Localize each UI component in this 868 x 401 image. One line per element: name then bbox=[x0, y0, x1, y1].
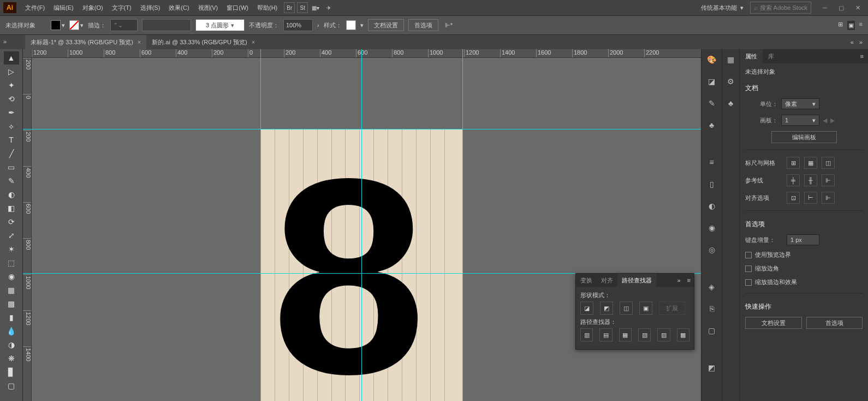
chevron-down-icon[interactable]: ▾ bbox=[360, 22, 364, 29]
collapse-panel-icon[interactable]: « bbox=[851, 39, 854, 45]
grid-icon[interactable]: ▦ bbox=[804, 157, 817, 169]
maximize-button[interactable]: ▢ bbox=[834, 2, 848, 13]
trim-icon[interactable]: ▤ bbox=[599, 328, 612, 341]
panel-toggle-icon[interactable]: ▣ bbox=[847, 21, 855, 30]
brush-definition[interactable]: 3 点圆形 ▾ bbox=[195, 19, 245, 31]
tab-pathfinder[interactable]: 路径查找器 bbox=[617, 274, 656, 287]
mesh-tool[interactable]: ▩ bbox=[4, 297, 19, 310]
paintbrush-tool[interactable]: ✎ bbox=[4, 174, 19, 187]
rulers-icon[interactable]: ⊞ bbox=[787, 157, 800, 169]
panel-collapse-icon[interactable]: » bbox=[674, 277, 683, 284]
guide-vertical[interactable] bbox=[462, 49, 463, 401]
width-tool[interactable]: ✶ bbox=[4, 243, 19, 256]
guide-horizontal[interactable] bbox=[23, 129, 701, 129]
pen-tool[interactable]: ✒ bbox=[4, 106, 19, 119]
brushes-icon[interactable]: ✎ bbox=[706, 97, 718, 109]
eyedropper-tool[interactable]: 💧 bbox=[4, 325, 19, 338]
preferences-button[interactable]: 首选项 bbox=[408, 19, 438, 31]
var-width-profile[interactable] bbox=[142, 19, 191, 31]
opacity-chevron-icon[interactable]: › bbox=[317, 22, 319, 28]
guides-lock-icon[interactable]: ╫ bbox=[804, 174, 817, 186]
pathfinder-dock-icon[interactable]: ◩ bbox=[706, 362, 718, 374]
ruler-vertical[interactable]: 2000200400600800100012001400 bbox=[23, 58, 32, 401]
type-tool[interactable]: T bbox=[4, 133, 19, 146]
panel-menu-icon[interactable]: ≡ bbox=[684, 277, 694, 284]
align-to-icon[interactable]: ⊩* bbox=[445, 22, 453, 29]
chevron-down-icon[interactable]: ▾ bbox=[80, 22, 84, 29]
graph-tool[interactable]: ▊ bbox=[4, 365, 19, 379]
doc-tab-inactive[interactable]: 新的.ai @ 33.33% (RGB/GPU 预览) × bbox=[146, 35, 260, 49]
scale-tool[interactable]: ⤢ bbox=[4, 229, 19, 242]
free-transform-tool[interactable]: ⬚ bbox=[4, 256, 19, 269]
close-button[interactable]: ✕ bbox=[851, 2, 865, 13]
arrange-icon[interactable]: ▦▾ bbox=[310, 2, 321, 13]
asset-export-icon[interactable]: ⎘ bbox=[706, 303, 718, 315]
next-artboard-icon[interactable]: ▶ bbox=[830, 117, 835, 124]
graphic-styles-icon[interactable]: ◎ bbox=[706, 244, 718, 256]
tab-transform[interactable]: 变换 bbox=[576, 274, 597, 287]
menu-window[interactable]: 窗口(W) bbox=[222, 0, 253, 15]
collapse-icon[interactable]: ⊞ bbox=[838, 21, 843, 30]
smart-guides-icon[interactable]: ⊩ bbox=[822, 174, 835, 186]
edit-artboards-button[interactable]: 编辑画板 bbox=[771, 131, 837, 143]
menu-icon[interactable]: ≡ bbox=[859, 21, 863, 30]
quick-preferences-button[interactable]: 首选项 bbox=[806, 317, 863, 329]
panel-menu-icon[interactable]: ≡ bbox=[856, 53, 868, 60]
minus-back-icon[interactable]: ▩ bbox=[677, 328, 689, 341]
selection-tool[interactable]: ▲ bbox=[4, 51, 19, 64]
search-stock[interactable]: ⌕ 搜索 Adobe Stock bbox=[750, 2, 811, 14]
canvas-area[interactable]: 1200100080060040020002004006008001000120… bbox=[23, 49, 701, 401]
menu-type[interactable]: 文字(T) bbox=[108, 0, 136, 15]
snap-grid-icon[interactable]: ⊩ bbox=[822, 192, 835, 204]
checkbox-scale-strokes[interactable]: 缩放描边和效果 bbox=[745, 278, 863, 286]
artboard-dropdown[interactable]: 1▾ bbox=[781, 115, 819, 126]
snap-point-icon[interactable]: ⊢ bbox=[804, 192, 817, 204]
color-guide-icon[interactable]: ▦ bbox=[725, 54, 737, 66]
magic-wand-tool[interactable]: ✦ bbox=[4, 79, 19, 92]
menu-object[interactable]: 对象(O) bbox=[78, 0, 108, 15]
guide-vertical[interactable] bbox=[260, 49, 261, 401]
divide-icon[interactable]: ▥ bbox=[580, 328, 593, 341]
bridge-icon[interactable]: Br bbox=[284, 2, 295, 13]
document-setup-button[interactable]: 文档设置 bbox=[368, 19, 404, 31]
rotate-tool[interactable]: ⟳ bbox=[4, 215, 19, 228]
artboard-tool[interactable]: ▢ bbox=[4, 379, 19, 392]
ruler-horizontal[interactable]: 1200100080060040020002004006008001000120… bbox=[32, 49, 701, 58]
minimize-button[interactable]: ─ bbox=[818, 2, 832, 13]
club-icon[interactable]: ♣ bbox=[725, 97, 737, 109]
direct-selection-tool[interactable]: ▷ bbox=[4, 65, 19, 78]
curvature-tool[interactable]: ⟡ bbox=[4, 120, 19, 133]
ruler-origin[interactable] bbox=[23, 49, 32, 58]
shape-builder-tool[interactable]: ◉ bbox=[4, 270, 19, 283]
tab-properties[interactable]: 属性 bbox=[740, 49, 763, 63]
menu-help[interactable]: 帮助(H) bbox=[253, 0, 282, 15]
tab-align[interactable]: 对齐 bbox=[597, 274, 617, 287]
swatches-icon[interactable]: ◪ bbox=[706, 75, 718, 87]
lasso-tool[interactable]: ⟲ bbox=[4, 92, 19, 105]
checkbox-scale-corners[interactable]: 缩放边角 bbox=[745, 264, 863, 273]
gradient-panel-icon[interactable]: ▯ bbox=[706, 178, 718, 190]
gpu-icon[interactable]: ✈ bbox=[323, 2, 334, 13]
symbols-icon[interactable]: ♣ bbox=[706, 119, 718, 131]
line-tool[interactable]: ╱ bbox=[4, 147, 19, 160]
crop-icon[interactable]: ▧ bbox=[638, 328, 651, 341]
stroke-panel-icon[interactable]: ≡ bbox=[706, 156, 718, 168]
style-swatch[interactable] bbox=[346, 20, 356, 30]
menu-view[interactable]: 视图(V) bbox=[194, 0, 223, 15]
menu-effect[interactable]: 效果(C) bbox=[164, 0, 193, 15]
transparency-icon[interactable]: ◐ bbox=[706, 200, 718, 212]
transparency-grid-icon[interactable]: ◫ bbox=[822, 157, 835, 169]
chevron-down-icon[interactable]: ▾ bbox=[62, 22, 65, 29]
gradient-tool[interactable]: ▮ bbox=[4, 311, 19, 324]
close-tab-icon[interactable]: × bbox=[252, 39, 255, 45]
guides-visible-icon[interactable]: ╪ bbox=[787, 174, 800, 186]
intersect-icon[interactable]: ◫ bbox=[620, 302, 633, 315]
units-dropdown[interactable]: 像素▾ bbox=[781, 98, 819, 109]
blend-tool[interactable]: ◑ bbox=[4, 338, 19, 351]
color-panel-icon[interactable]: 🎨 bbox=[706, 54, 718, 66]
symbol-sprayer-tool[interactable]: ❋ bbox=[4, 352, 19, 365]
stroke-weight-input[interactable]: ⌃⌄ bbox=[110, 19, 138, 31]
merge-icon[interactable]: ▦ bbox=[619, 328, 632, 341]
quick-document-setup-button[interactable]: 文档设置 bbox=[745, 317, 802, 329]
shaper-tool[interactable]: ◐ bbox=[4, 188, 19, 201]
